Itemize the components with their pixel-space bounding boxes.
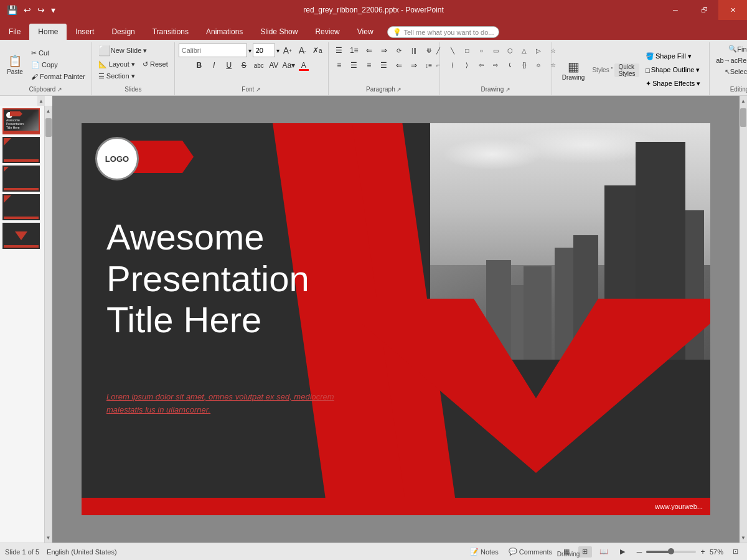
select-button[interactable]: ↖ Select ▾	[722, 67, 747, 77]
shapes-gallery-btn-1[interactable]: ╱	[431, 44, 445, 57]
shapes-gallery-btn-3[interactable]: □	[460, 44, 474, 57]
vertical-scrollbar[interactable]: ▲ ▼	[45, 106, 52, 543]
bullets-button[interactable]: ☰	[332, 44, 346, 57]
shapes-gallery-btn-7[interactable]: △	[517, 44, 531, 57]
scroll-up-button[interactable]: ▲	[45, 106, 52, 116]
copy-button[interactable]: 📄 Copy	[29, 60, 88, 70]
zoom-out-button[interactable]: ─	[634, 547, 644, 557]
minimize-button[interactable]: ─	[661, 0, 690, 20]
right-scrollbar[interactable]: ▲ ▼	[740, 96, 747, 543]
shapes-gallery-btn-11[interactable]: ⟨	[446, 58, 459, 72]
find-button[interactable]: 🔍 Find	[726, 44, 747, 54]
shapes-gallery-btn-8[interactable]: ▷	[532, 44, 545, 57]
save-btn[interactable]: 💾	[5, 5, 19, 15]
font-size-input[interactable]	[253, 44, 275, 57]
align-right-button[interactable]: ≡	[362, 58, 376, 72]
increase-indent-button[interactable]: ⇒	[377, 44, 391, 57]
slideshow-button[interactable]: ▶	[616, 546, 629, 558]
bold-button[interactable]: B	[192, 58, 206, 72]
slide-thumb-1[interactable]: L AwesomePresentationTitle Here	[2, 108, 40, 134]
arrange-button[interactable]: ▦ Drawing	[557, 57, 590, 83]
decrease-font-button[interactable]: A-	[296, 44, 309, 57]
tab-file[interactable]: File	[0, 24, 29, 40]
char-spacing-button[interactable]: AV	[267, 58, 281, 72]
tab-insert[interactable]: Insert	[67, 24, 103, 40]
slide-thumb-2[interactable]	[2, 137, 40, 163]
section-button[interactable]: ☰ Section ▾	[96, 71, 138, 82]
redo-btn[interactable]: ↪	[35, 5, 47, 15]
notes-button[interactable]: 📝 Notes	[467, 546, 501, 557]
slide-thumb-3[interactable]	[2, 166, 40, 192]
cut-button[interactable]: ✂ Cut	[29, 48, 88, 58]
shadow-button[interactable]: abc	[252, 58, 266, 72]
change-case-button[interactable]: Aa▾	[282, 58, 296, 72]
tab-review[interactable]: Review	[306, 24, 348, 40]
fit-window-button[interactable]: ⊡	[728, 546, 742, 558]
right-scroll-up[interactable]: ▲	[740, 96, 747, 106]
increase-font-button[interactable]: A+	[281, 44, 294, 57]
scroll-down-button[interactable]: ▼	[45, 533, 52, 543]
scroll-up-arrow[interactable]: ▲	[37, 96, 45, 106]
add-column-button[interactable]: |‖	[407, 44, 421, 57]
shapes-gallery-btn-5[interactable]: ▭	[489, 44, 502, 57]
restore-button[interactable]: 🗗	[690, 0, 718, 20]
scroll-thumb[interactable]	[45, 118, 52, 137]
slide-thumb-4[interactable]	[2, 194, 40, 220]
font-color-button[interactable]: A	[297, 58, 311, 72]
shapes-gallery-btn-15[interactable]: ⤹	[503, 58, 517, 72]
right-scroll-down[interactable]: ▼	[740, 533, 747, 543]
tab-transitions[interactable]: Transitions	[144, 24, 197, 40]
shapes-gallery-btn-4[interactable]: ○	[474, 44, 488, 57]
font-name-input[interactable]	[179, 44, 247, 57]
zoom-handle[interactable]	[668, 548, 674, 554]
shapes-gallery-btn-17[interactable]: ⌾	[532, 58, 545, 72]
format-painter-button[interactable]: 🖌 Format Painter	[29, 72, 88, 82]
reading-view-button[interactable]: 📖	[597, 546, 611, 558]
numbering-button[interactable]: 1≡	[347, 44, 361, 57]
shapes-gallery-btn-16[interactable]: {}	[517, 58, 531, 72]
italic-button[interactable]: I	[207, 58, 221, 72]
align-center-button[interactable]: ☰	[347, 58, 361, 72]
comments-button[interactable]: 💬 Comments	[506, 546, 555, 557]
shape-fill-button[interactable]: 🪣 Shape Fill ▾	[642, 50, 704, 62]
slide-area[interactable]: LOGO Awesome Presentation Title Here Lor…	[52, 96, 740, 543]
replace-button[interactable]: ab→ac Replace	[713, 55, 747, 65]
layout-button[interactable]: 📐 Layout ▾	[96, 59, 138, 70]
slide-sorter-button[interactable]: ⊞	[578, 546, 592, 558]
paste-button[interactable]: 📋 Paste	[4, 52, 26, 77]
close-button[interactable]: ✕	[718, 0, 747, 20]
decrease-para-indent-button[interactable]: ⇐	[392, 58, 406, 72]
strikethrough-button[interactable]: S	[237, 58, 251, 72]
decrease-indent-button[interactable]: ⇐	[362, 44, 376, 57]
tab-design[interactable]: Design	[103, 24, 143, 40]
shape-outline-button[interactable]: □ Shape Outline ▾	[642, 64, 704, 76]
reset-button[interactable]: ↺ Reset	[140, 59, 171, 70]
tab-animations[interactable]: Animations	[197, 24, 251, 40]
shapes-gallery-btn-13[interactable]: ⇦	[474, 58, 488, 72]
tab-view[interactable]: View	[349, 24, 382, 40]
right-scroll-thumb[interactable]	[740, 108, 746, 127]
tell-me-input[interactable]: 💡 Tell me what you want to do...	[387, 26, 500, 38]
shapes-gallery-btn-14[interactable]: ⇨	[489, 58, 502, 72]
quick-styles-button[interactable]: QuickStyles	[614, 63, 639, 77]
tab-slideshow[interactable]: Slide Show	[251, 24, 306, 40]
shapes-gallery-btn-10[interactable]: ⌐	[431, 58, 445, 72]
shapes-gallery-btn-6[interactable]: ⬡	[503, 44, 517, 57]
underline-button[interactable]: U	[222, 58, 236, 72]
new-slide-button[interactable]: ⬜ New Slide ▾	[96, 44, 150, 58]
undo-btn[interactable]: ↩	[22, 5, 33, 15]
align-left-button[interactable]: ≡	[332, 58, 346, 72]
customize-btn[interactable]: ▾	[49, 5, 57, 15]
smart-art-convert-button[interactable]: ⟳	[392, 44, 406, 57]
increase-para-indent-button[interactable]: ⇒	[407, 58, 421, 72]
tab-home[interactable]: Home	[29, 24, 67, 40]
clear-formatting-button[interactable]: ✗a	[311, 44, 324, 57]
shapes-gallery-btn-2[interactable]: ╲	[446, 44, 459, 57]
zoom-in-button[interactable]: +	[698, 547, 708, 557]
slide-thumb-5[interactable]	[2, 223, 40, 249]
justify-button[interactable]: ☰	[377, 58, 391, 72]
zoom-bar[interactable]	[646, 551, 696, 553]
font-label: Font ↗	[242, 86, 261, 94]
shapes-gallery-btn-12[interactable]: ⟩	[460, 58, 474, 72]
shape-effects-button[interactable]: ✦ Shape Effects ▾	[642, 78, 704, 90]
